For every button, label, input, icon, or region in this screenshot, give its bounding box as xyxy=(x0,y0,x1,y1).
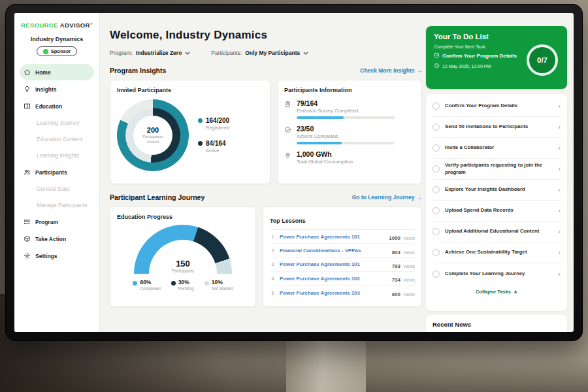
sidebar-item-insights[interactable]: Insights xyxy=(20,81,94,97)
legend-dot xyxy=(133,281,137,286)
task-item[interactable]: Explore Your Insights Dashboard xyxy=(433,180,561,201)
dashboard-screen: RESOURCE ADVISOR+ Industry Dynamics Spon… xyxy=(14,13,574,332)
task-checkbox[interactable] xyxy=(433,144,440,152)
lesson-row: 3 Power Purchase Agreements 101 793 view… xyxy=(270,258,415,272)
check-circle-icon xyxy=(284,126,291,133)
lesson-link[interactable]: Power Purchase Agreements 103 xyxy=(280,290,388,296)
sidebar-item-label: Learning Journey xyxy=(37,120,80,126)
sidebar-item-label: Manage Participants xyxy=(37,202,88,208)
task-item[interactable]: Upload Spend Data Records xyxy=(433,201,561,221)
sponsor-badge-label: Sponsor xyxy=(51,48,71,54)
task-item[interactable]: Invite a Collaborator xyxy=(433,138,561,159)
collapse-tasks-link[interactable]: Collapse Tasks ∧ xyxy=(433,284,561,297)
lesson-link[interactable]: Power Purchase Agreements 102 xyxy=(280,276,388,282)
legend-dot xyxy=(171,281,176,286)
sidebar-item-program[interactable]: Program xyxy=(20,214,94,230)
learning-journey-header: Participant Learning Journey Go to Learn… xyxy=(110,193,422,201)
invited-participants-card: Invited Participants 200 Participants In… xyxy=(110,80,270,184)
task-checkbox[interactable] xyxy=(433,123,440,131)
gauge-center: 150 Participants xyxy=(134,259,232,273)
task-item[interactable]: Send 50 Invitations to Participants xyxy=(433,117,561,138)
sidebar-item-manage-participants[interactable]: Manage Participants xyxy=(20,197,94,213)
lesson-rank: 4 xyxy=(270,276,276,281)
task-item[interactable]: Verify participants requesting to join t… xyxy=(433,159,561,180)
task-checkbox[interactable] xyxy=(433,270,440,278)
sidebar-item-education[interactable]: Education xyxy=(20,98,94,114)
actions-progress-bar xyxy=(297,142,395,144)
sidebar-item-label: General Data xyxy=(37,186,70,192)
go-to-learning-journey-link[interactable]: Go to Learning Journey → xyxy=(352,194,422,201)
lesson-link[interactable]: Power Purchase Agreements 101 xyxy=(280,261,388,267)
sponsor-badge[interactable]: Sponsor xyxy=(37,46,77,56)
card-title: Education Progress xyxy=(117,214,249,220)
consumption-row: 1,000 GWh Total Global Consumption xyxy=(284,150,415,165)
lesson-link[interactable]: Power Purchase Agreements 101 xyxy=(280,234,385,240)
home-icon xyxy=(24,69,31,76)
legend-item-pending: 30% Pending xyxy=(171,279,194,291)
todo-progress-value: 0/7 xyxy=(537,56,547,64)
check-square-icon xyxy=(434,52,440,59)
invited-donut-center: 200 Participants Invited xyxy=(133,116,172,155)
chevron-up-icon: ∧ xyxy=(514,289,517,295)
task-item[interactable]: Achieve One Sustainability Target xyxy=(433,242,561,263)
sidebar-item-label: Settings xyxy=(35,253,57,259)
sidebar-item-settings[interactable]: Settings xyxy=(20,248,94,264)
program-filter[interactable]: Program: Industrialize Zero xyxy=(110,50,190,56)
todo-tasks-card: Confirm Your Program Details Send 50 Inv… xyxy=(426,94,567,311)
education-progress-card: Education Progress 150 Participants 60% … xyxy=(110,206,256,307)
lesson-rank: 2 xyxy=(270,248,276,253)
sidebar-item-participants[interactable]: Participants xyxy=(20,164,94,180)
sidebar-item-label: Take Action xyxy=(35,236,66,242)
chevron-right-icon xyxy=(558,249,561,256)
lesson-rank: 3 xyxy=(270,262,276,267)
gear-icon xyxy=(24,252,31,259)
education-legend: 60% Completed 30% Pending 10% Not Starte… xyxy=(117,279,249,291)
chevron-right-icon xyxy=(558,165,561,172)
sidebar-item-take-action[interactable]: Take Action xyxy=(20,231,94,247)
task-checkbox[interactable] xyxy=(433,165,440,172)
chevron-right-icon xyxy=(558,123,561,131)
task-item[interactable]: Complete Your Learning Journey xyxy=(433,263,561,284)
logo-advisor: ADVISOR xyxy=(58,22,90,29)
chevron-right-icon xyxy=(558,270,561,278)
check-more-insights-link[interactable]: Check More Insights → xyxy=(360,67,422,74)
task-item[interactable]: Confirm Your Program Details xyxy=(433,96,561,117)
lesson-link[interactable]: Financial Considerations - VPPAs xyxy=(280,248,388,253)
chevron-down-icon xyxy=(303,50,308,56)
sidebar-item-home[interactable]: Home xyxy=(20,64,94,80)
location-pin-icon xyxy=(284,152,291,159)
chevron-down-icon xyxy=(185,50,190,56)
task-checkbox[interactable] xyxy=(433,228,440,235)
participants-filter[interactable]: Participants: Only My Participants xyxy=(211,50,308,56)
todo-title: Your To Do List xyxy=(434,33,559,41)
info-progress-fill xyxy=(297,142,342,144)
task-checkbox[interactable] xyxy=(433,103,440,110)
monitor-stand xyxy=(286,340,366,392)
sidebar-item-education-content[interactable]: Education Content xyxy=(20,131,94,147)
task-checkbox[interactable] xyxy=(433,207,440,214)
gauge-center-value: 150 xyxy=(134,259,232,269)
legend-item-not-started: 10% Not Started xyxy=(204,279,233,291)
lesson-rank: 1 xyxy=(270,235,276,239)
arrow-right-icon: → xyxy=(417,194,423,201)
journey-cards-row: Education Progress 150 Participants 60% … xyxy=(110,206,422,307)
program-filter-value: Industrialize Zero xyxy=(136,50,182,56)
sidebar-item-learning-journey[interactable]: Learning Journey xyxy=(20,115,94,131)
program-insights-header: Program Insights Check More Insights → xyxy=(110,67,422,74)
metric-value: 79/164 xyxy=(297,99,395,107)
invited-legend: 164/200 Registered 84/164 Active xyxy=(198,117,229,154)
sidebar-item-general-data[interactable]: General Data xyxy=(20,181,94,197)
chevron-right-icon xyxy=(558,186,561,193)
task-item[interactable]: Upload Additional Educational Content xyxy=(433,221,561,242)
main-content: Welcome, Industry Dynamics Program: Indu… xyxy=(110,13,422,332)
sidebar-item-learning-insights[interactable]: Learning Insights xyxy=(20,148,94,163)
app-logo: RESOURCE ADVISOR+ xyxy=(21,22,99,29)
recent-news-heading: Recent News xyxy=(433,321,561,328)
education-icon xyxy=(24,103,31,110)
participants-filter-value: Only My Participants xyxy=(245,50,300,56)
task-checkbox[interactable] xyxy=(433,186,440,193)
card-title: Participants Information xyxy=(284,87,415,93)
task-checkbox[interactable] xyxy=(433,249,440,256)
sidebar: RESOURCE ADVISOR+ Industry Dynamics Spon… xyxy=(14,13,100,332)
emission-progress-bar xyxy=(297,116,395,119)
